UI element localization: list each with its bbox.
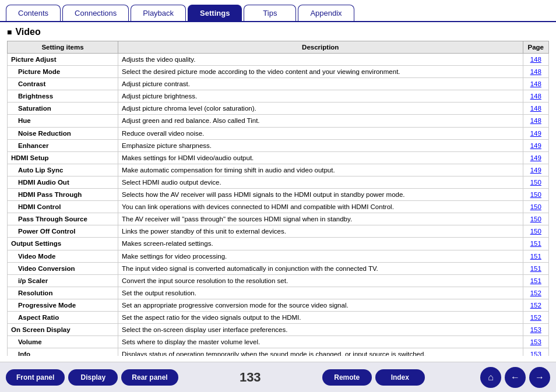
setting-page-22[interactable]: 153 [523,324,549,336]
nav-tab-connections[interactable]: Connections [62,5,129,21]
setting-desc-1: Select the desired picture mode accordin… [118,66,523,78]
setting-item-21: Aspect Ratio [8,311,118,323]
setting-desc-6: Reduce overall video noise. [118,127,523,139]
setting-item-17: Video Conversion [8,262,118,274]
table-row: HDMI ControlYou can link operations with… [8,201,549,213]
setting-page-20[interactable]: 152 [523,299,549,311]
setting-desc-0: Adjusts the video quality. [118,54,523,66]
forward-button[interactable]: → [529,367,550,388]
setting-page-6[interactable]: 149 [523,127,549,139]
setting-page-12[interactable]: 150 [523,201,549,213]
setting-page-16[interactable]: 151 [523,250,549,262]
home-button[interactable]: ⌂ [480,367,501,388]
bottom-nav-buttons-right: Remote Index [322,369,425,386]
setting-desc-14: Links the power standby of this unit to … [118,225,523,238]
setting-desc-9: Make automatic compensation for timing s… [118,164,523,176]
table-row: Output SettingsMakes screen-related sett… [8,238,549,250]
setting-page-5[interactable]: 148 [523,115,549,127]
table-row: Progressive ModeSet an appropriate progr… [8,299,549,311]
setting-item-1: Picture Mode [8,66,118,78]
setting-desc-18: Convert the input source resolution to t… [118,274,523,287]
setting-item-20: Progressive Mode [8,299,118,311]
table-row: HDMI Pass ThroughSelects how the AV rece… [8,189,549,201]
table-row: Picture AdjustAdjusts the video quality.… [8,54,549,66]
setting-desc-15: Makes screen-related settings. [118,238,523,250]
setting-page-21[interactable]: 152 [523,311,549,323]
setting-desc-19: Set the output resolution. [118,287,523,299]
display-button[interactable]: Display [68,369,118,386]
setting-page-19[interactable]: 152 [523,287,549,299]
table-row: ResolutionSet the output resolution.152 [8,287,549,299]
main-content: Video Setting items Description Page Pic… [0,22,556,356]
table-row: Video ModeMake settings for video proces… [8,250,549,262]
table-row: Video ConversionThe input video signal i… [8,262,549,274]
setting-item-4: Saturation [8,103,118,115]
setting-item-16: Video Mode [8,250,118,262]
setting-page-4[interactable]: 148 [523,103,549,115]
col-header-page: Page [523,41,549,54]
setting-page-10[interactable]: 150 [523,176,549,188]
remote-button[interactable]: Remote [322,369,372,386]
col-header-items: Setting items [8,41,118,54]
setting-page-2[interactable]: 148 [523,78,549,90]
table-row: HueAdjust green and red balance. Also ca… [8,115,549,127]
setting-item-0: Picture Adjust [8,54,118,66]
setting-page-17[interactable]: 151 [523,262,549,274]
nav-tab-tips[interactable]: Tips [244,5,296,21]
bottom-bar: Front panel Display Rear panel 133 Remot… [0,362,556,392]
setting-item-15: Output Settings [8,238,118,250]
index-button[interactable]: Index [375,369,425,386]
setting-desc-3: Adjust picture brightness. [118,90,523,103]
table-row: HDMI SetupMakes settings for HDMI video/… [8,151,549,164]
setting-page-1[interactable]: 148 [523,66,549,78]
front-panel-button[interactable]: Front panel [6,369,65,386]
setting-desc-23: Sets where to display the master volume … [118,336,523,348]
setting-page-24[interactable]: 153 [523,348,549,356]
bottom-icon-buttons: ⌂ ← → [480,367,550,388]
table-row: EnhancerEmphasize picture sharpness.149 [8,139,549,151]
setting-page-7[interactable]: 149 [523,139,549,151]
setting-page-11[interactable]: 150 [523,189,549,201]
table-row: Pass Through SourceThe AV receiver will … [8,213,549,225]
table-row: Auto Lip SyncMake automatic compensation… [8,164,549,176]
table-row: Aspect RatioSet the aspect ratio for the… [8,311,549,323]
setting-page-9[interactable]: 149 [523,164,549,176]
rear-panel-button[interactable]: Rear panel [121,369,178,386]
back-button[interactable]: ← [505,367,526,388]
setting-page-3[interactable]: 148 [523,90,549,103]
bottom-nav-buttons: Front panel Display Rear panel [6,369,178,386]
setting-desc-12: You can link operations with devices con… [118,201,523,213]
setting-page-0[interactable]: 148 [523,54,549,66]
setting-item-5: Hue [8,115,118,127]
table-row: Power Off ControlLinks the power standby… [8,225,549,238]
nav-tab-settings[interactable]: Settings [188,5,242,21]
nav-tab-contents[interactable]: Contents [6,5,61,21]
page-number: 133 [240,370,261,385]
setting-desc-16: Make settings for video processing. [118,250,523,262]
table-row: BrightnessAdjust picture brightness.148 [8,90,549,103]
table-row: VolumeSets where to display the master v… [8,336,549,348]
col-header-desc: Description [118,41,523,54]
section-title: Video [7,27,549,37]
setting-item-13: Pass Through Source [8,213,118,225]
table-row: Picture ModeSelect the desired picture m… [8,66,549,78]
setting-desc-10: Select HDMI audio output device. [118,176,523,188]
setting-item-2: Contrast [8,78,118,90]
nav-tab-playback[interactable]: Playback [131,5,186,21]
setting-page-15[interactable]: 151 [523,238,549,250]
setting-page-8[interactable]: 149 [523,151,549,164]
setting-item-23: Volume [8,336,118,348]
setting-page-23[interactable]: 153 [523,336,549,348]
setting-item-14: Power Off Control [8,225,118,238]
nav-tab-appendix[interactable]: Appendix [298,5,354,21]
setting-desc-11: Selects how the AV receiver will pass HD… [118,189,523,201]
setting-item-3: Brightness [8,90,118,103]
setting-page-13[interactable]: 150 [523,213,549,225]
setting-page-18[interactable]: 151 [523,274,549,287]
table-row: InfoDisplays status of operation tempora… [8,348,549,356]
setting-page-14[interactable]: 150 [523,225,549,238]
setting-desc-21: Set the aspect ratio for the video signa… [118,311,523,323]
table-row: ContrastAdjust picture contrast.148 [8,78,549,90]
setting-item-19: Resolution [8,287,118,299]
setting-item-6: Noise Reduction [8,127,118,139]
